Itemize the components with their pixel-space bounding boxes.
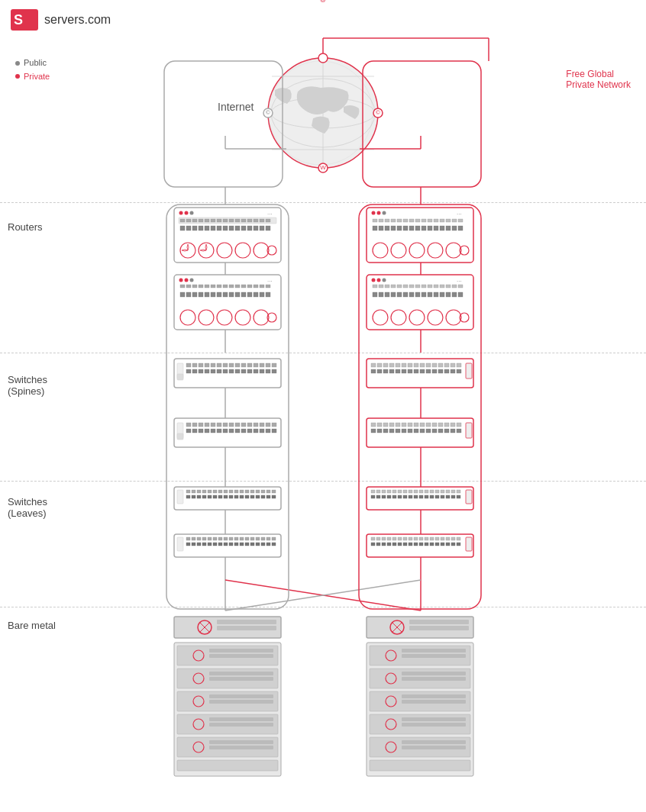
svg-rect-250 [192, 429, 197, 433]
svg-rect-206 [217, 363, 221, 367]
svg-rect-39 [205, 219, 209, 222]
svg-rect-421 [457, 490, 460, 493]
svg-rect-235 [192, 423, 197, 427]
svg-rect-435 [441, 495, 444, 498]
svg-rect-488 [217, 620, 276, 624]
svg-rect-443 [382, 537, 386, 540]
svg-rect-504 [209, 672, 273, 675]
svg-rect-257 [235, 429, 240, 433]
svg-rect-516 [409, 620, 469, 624]
svg-rect-40 [211, 219, 215, 222]
svg-rect-405 [371, 490, 375, 493]
svg-rect-295 [466, 363, 472, 379]
svg-rect-142 [434, 226, 438, 230]
svg-rect-137 [403, 226, 408, 230]
svg-rect-534 [402, 694, 466, 698]
svg-rect-341 [224, 490, 228, 493]
svg-rect-209 [235, 363, 240, 367]
svg-rect-290 [432, 369, 437, 373]
svg-rect-175 [385, 292, 389, 297]
svg-text:W: W [320, 164, 326, 171]
svg-rect-268 [389, 363, 394, 367]
svg-rect-336 [197, 490, 201, 493]
svg-rect-267 [383, 363, 388, 367]
svg-rect-233 [177, 433, 183, 440]
svg-rect-311 [457, 423, 461, 427]
svg-rect-285 [402, 369, 406, 373]
svg-rect-375 [213, 537, 217, 540]
svg-rect-163 [403, 285, 408, 288]
svg-rect-170 [446, 285, 451, 288]
svg-rect-164 [409, 285, 414, 288]
svg-rect-378 [229, 537, 233, 540]
svg-rect-350 [272, 490, 276, 493]
svg-rect-384 [261, 537, 265, 540]
svg-rect-117 [373, 219, 377, 222]
svg-rect-230 [272, 369, 276, 373]
svg-rect-255 [223, 429, 228, 433]
svg-rect-279 [457, 363, 461, 367]
svg-rect-472 [446, 543, 450, 546]
svg-rect-63 [260, 226, 264, 230]
svg-point-10 [318, 53, 328, 63]
svg-rect-377 [224, 537, 228, 540]
svg-rect-162 [397, 285, 402, 288]
svg-rect-475 [466, 537, 472, 551]
svg-rect-452 [430, 537, 434, 540]
svg-rect-470 [435, 543, 439, 546]
svg-rect-314 [383, 429, 388, 433]
svg-rect-411 [403, 490, 407, 493]
svg-rect-102 [247, 292, 252, 297]
svg-rect-104 [260, 292, 264, 297]
svg-rect-340 [218, 490, 222, 493]
svg-rect-324 [444, 429, 449, 433]
svg-rect-269 [396, 363, 400, 367]
svg-rect-186 [452, 292, 457, 297]
svg-rect-98 [223, 292, 228, 297]
svg-rect-275 [432, 363, 437, 367]
svg-point-156 [383, 279, 386, 282]
svg-rect-302 [402, 423, 406, 427]
svg-rect-184 [440, 292, 444, 297]
svg-rect-238 [211, 423, 215, 427]
svg-rect-537 [402, 723, 466, 727]
svg-point-115 [383, 211, 386, 215]
main-diagram-svg: Internet @ © © W ... [0, 0, 646, 812]
svg-rect-355 [208, 495, 212, 498]
svg-rect-134 [385, 226, 389, 230]
svg-rect-77 [186, 285, 191, 288]
svg-rect-79 [199, 285, 203, 288]
svg-rect-294 [457, 369, 461, 373]
svg-rect-315 [389, 429, 394, 433]
svg-rect-225 [241, 369, 246, 373]
svg-rect-211 [247, 363, 252, 367]
svg-rect-532 [402, 672, 466, 675]
svg-rect-263 [272, 429, 276, 433]
svg-rect-394 [224, 543, 228, 546]
svg-rect-282 [383, 369, 388, 373]
svg-rect-386 [272, 537, 276, 540]
svg-rect-181 [422, 292, 426, 297]
svg-rect-326 [457, 429, 461, 433]
svg-rect-316 [396, 429, 400, 433]
svg-rect-177 [397, 292, 402, 297]
svg-rect-524 [370, 760, 470, 771]
svg-rect-133 [379, 226, 383, 230]
svg-rect-538 [402, 740, 466, 744]
svg-rect-253 [211, 429, 215, 433]
svg-rect-433 [430, 495, 434, 498]
svg-rect-103 [254, 292, 258, 297]
svg-rect-348 [261, 490, 265, 493]
svg-rect-131 [458, 219, 463, 222]
svg-rect-82 [217, 285, 221, 288]
svg-rect-226 [247, 369, 252, 373]
svg-rect-468 [425, 543, 428, 546]
svg-rect-277 [444, 363, 449, 367]
svg-rect-245 [254, 423, 258, 427]
svg-rect-62 [254, 226, 258, 230]
svg-rect-244 [247, 423, 252, 427]
svg-rect-145 [452, 226, 457, 230]
svg-rect-35 [180, 219, 185, 222]
svg-rect-398 [245, 543, 249, 546]
svg-rect-412 [409, 490, 412, 493]
